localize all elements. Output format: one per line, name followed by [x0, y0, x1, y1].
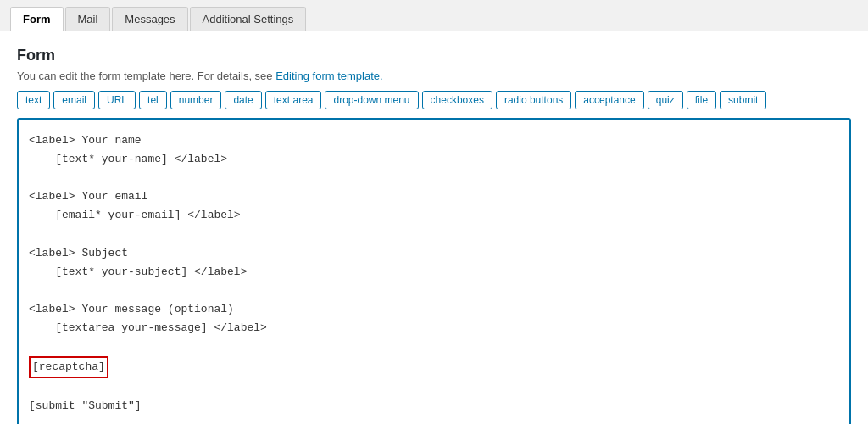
tag-buttons-container: text email URL tel number date text area… [17, 91, 851, 109]
editing-form-template-link[interactable]: Editing form template. [275, 70, 382, 82]
tag-btn-radio[interactable]: radio buttons [496, 91, 571, 109]
tag-btn-file[interactable]: file [687, 91, 716, 109]
tag-btn-acceptance[interactable]: acceptance [575, 91, 643, 109]
tag-btn-quiz[interactable]: quiz [648, 91, 683, 109]
recaptcha-tag: [recaptcha] [29, 356, 108, 378]
section-description: You can edit the form template here. For… [17, 70, 851, 82]
section-title: Form [17, 47, 851, 64]
tab-additional-settings[interactable]: Additional Settings [190, 7, 307, 31]
code-editor[interactable]: <label> Your name [text* your-name] </la… [17, 118, 851, 424]
tag-btn-text[interactable]: text [17, 91, 50, 109]
content-area: Form You can edit the form template here… [0, 31, 868, 424]
tabs-bar: Form Mail Messages Additional Settings [0, 0, 868, 31]
tag-btn-textarea[interactable]: text area [265, 91, 322, 109]
tag-btn-number[interactable]: number [170, 91, 222, 109]
tag-btn-tel[interactable]: tel [139, 91, 167, 109]
tag-btn-email[interactable]: email [53, 91, 95, 109]
tab-mail[interactable]: Mail [65, 7, 111, 31]
tab-form[interactable]: Form [10, 7, 64, 31]
tag-btn-submit[interactable]: submit [720, 91, 766, 109]
tab-messages[interactable]: Messages [112, 7, 187, 31]
tag-btn-dropdown[interactable]: drop-down menu [325, 91, 418, 109]
page-wrapper: Form Mail Messages Additional Settings F… [0, 0, 868, 424]
section-desc-text: You can edit the form template here. For… [17, 70, 275, 82]
tag-btn-url[interactable]: URL [98, 91, 136, 109]
tag-btn-checkboxes[interactable]: checkboxes [422, 91, 492, 109]
tag-btn-date[interactable]: date [225, 91, 261, 109]
